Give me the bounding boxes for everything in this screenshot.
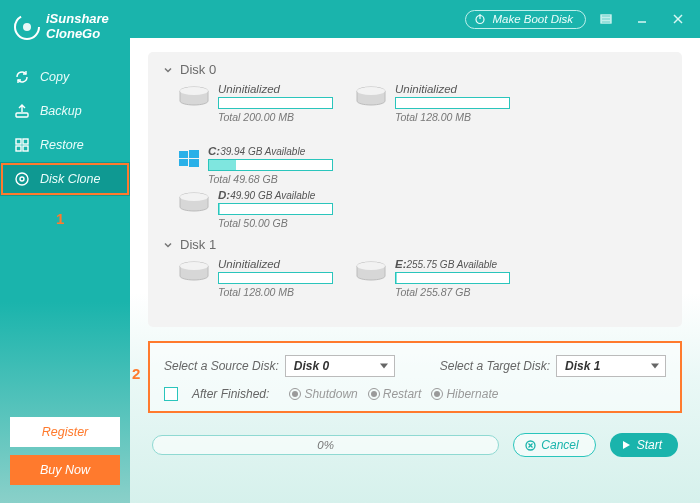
svg-marker-33: [623, 441, 630, 449]
after-finished-label: After Finished:: [192, 387, 269, 401]
annotation-step-2: 2: [132, 365, 140, 382]
usage-bar: [218, 272, 333, 284]
svg-rect-2: [16, 113, 28, 117]
sidebar-label-copy: Copy: [40, 70, 69, 84]
close-button[interactable]: [662, 7, 694, 31]
svg-rect-3: [16, 139, 21, 144]
sidebar-label-restore: Restore: [40, 138, 84, 152]
logo-icon: [14, 14, 40, 40]
partition-total: Total 255.87 GB: [395, 286, 510, 298]
usage-bar: [208, 159, 333, 171]
source-disk-label: Select a Source Disk:: [164, 359, 279, 373]
source-disk-dropdown[interactable]: Disk 0: [285, 355, 395, 377]
sidebar-label-backup: Backup: [40, 104, 82, 118]
main-area: Disk 0UninitializedTotal 200.00 MBUninit…: [130, 38, 700, 503]
svg-rect-12: [601, 21, 611, 23]
sidebar-item-disk-clone[interactable]: Disk Clone: [0, 162, 130, 196]
drive-icon: [178, 192, 210, 214]
partition-item[interactable]: UninitializedTotal 128.00 MB: [178, 258, 333, 298]
partition-item[interactable]: C:39.94 GB AvailableTotal 49.68 GB: [178, 145, 333, 185]
svg-point-7: [16, 173, 28, 185]
windows-icon: [178, 148, 200, 170]
usage-bar: [218, 203, 333, 215]
svg-rect-4: [23, 139, 28, 144]
disk-group-header[interactable]: Disk 0: [162, 58, 668, 83]
drive-icon: [178, 86, 210, 108]
svg-rect-23: [189, 159, 199, 167]
svg-rect-22: [179, 159, 188, 166]
sidebar-item-restore[interactable]: Restore: [0, 128, 130, 162]
partition-total: Total 50.00 GB: [218, 217, 333, 229]
usage-bar: [395, 97, 510, 109]
svg-rect-6: [23, 146, 28, 151]
svg-rect-5: [16, 146, 21, 151]
minimize-button[interactable]: [626, 7, 658, 31]
disk-list-panel: Disk 0UninitializedTotal 200.00 MBUninit…: [148, 52, 682, 327]
sidebar-item-backup[interactable]: Backup: [0, 94, 130, 128]
buy-now-button[interactable]: Buy Now: [10, 455, 120, 485]
partition-title: Uninitialized: [218, 258, 333, 270]
svg-rect-20: [179, 151, 188, 158]
partition-title: C:39.94 GB Available: [208, 145, 333, 157]
radio-shutdown-label: Shutdown: [304, 387, 357, 401]
partition-title: Uninitialized: [395, 83, 510, 95]
usage-bar: [395, 272, 510, 284]
partition-item[interactable]: D:49.90 GB AvailableTotal 50.00 GB: [178, 189, 333, 229]
radio-restart-label: Restart: [383, 387, 422, 401]
svg-rect-11: [601, 18, 611, 20]
drive-icon: [355, 261, 387, 283]
make-boot-label: Make Boot Disk: [492, 13, 573, 25]
partition-item[interactable]: UninitializedTotal 128.00 MB: [355, 83, 510, 123]
svg-point-19: [357, 87, 385, 95]
restore-icon: [14, 137, 30, 153]
target-disk-dropdown[interactable]: Disk 1: [556, 355, 666, 377]
radio-restart[interactable]: [368, 388, 380, 400]
progress-bar: 0%: [152, 435, 499, 455]
partition-title: D:49.90 GB Available: [218, 189, 333, 201]
svg-point-27: [180, 262, 208, 270]
power-icon: [474, 13, 486, 25]
partition-title: E:255.75 GB Available: [395, 258, 510, 270]
usage-bar: [218, 97, 333, 109]
after-finished-checkbox[interactable]: [164, 387, 178, 401]
svg-point-29: [357, 262, 385, 270]
partition-item[interactable]: UninitializedTotal 200.00 MB: [178, 83, 333, 123]
svg-point-8: [20, 177, 24, 181]
disk-selection-panel: 2 Select a Source Disk: Disk 0 Select a …: [148, 341, 682, 413]
chevron-down-icon: [162, 239, 174, 251]
partition-total: Total 128.00 MB: [395, 111, 510, 123]
svg-point-25: [180, 193, 208, 201]
app-window: iSunshare CloneGo Copy Backup Restore Di…: [0, 0, 700, 503]
register-button[interactable]: Register: [10, 417, 120, 447]
disk-group-label: Disk 1: [180, 237, 216, 252]
cancel-label: Cancel: [541, 438, 578, 452]
cancel-button[interactable]: Cancel: [513, 433, 595, 457]
start-label: Start: [637, 438, 662, 452]
annotation-step-1: 1: [56, 210, 64, 227]
partition-title: Uninitialized: [218, 83, 333, 95]
upload-icon: [14, 103, 30, 119]
make-boot-disk-button[interactable]: Make Boot Disk: [465, 10, 586, 29]
radio-hibernate[interactable]: [431, 388, 443, 400]
drive-icon: [355, 86, 387, 108]
partition-item[interactable]: E:255.75 GB AvailableTotal 255.87 GB: [355, 258, 510, 298]
refresh-icon: [14, 69, 30, 85]
disk-group-header[interactable]: Disk 1: [162, 233, 668, 258]
partition-total: Total 49.68 GB: [208, 173, 333, 185]
sidebar-label-disk-clone: Disk Clone: [40, 172, 100, 186]
svg-point-17: [180, 87, 208, 95]
app-name-1: iSunshare: [46, 12, 109, 27]
start-button[interactable]: Start: [610, 433, 678, 457]
target-disk-label: Select a Target Disk:: [440, 359, 550, 373]
svg-rect-21: [189, 150, 199, 158]
partition-total: Total 128.00 MB: [218, 286, 333, 298]
radio-hibernate-label: Hibernate: [446, 387, 498, 401]
chevron-down-icon: [162, 64, 174, 76]
bottom-actions: 0% Cancel Start: [148, 433, 682, 457]
settings-button[interactable]: [590, 7, 622, 31]
titlebar: Make Boot Disk: [130, 0, 700, 38]
svg-rect-10: [601, 15, 611, 17]
radio-shutdown[interactable]: [289, 388, 301, 400]
app-logo: iSunshare CloneGo: [0, 0, 130, 60]
sidebar-item-copy[interactable]: Copy: [0, 60, 130, 94]
